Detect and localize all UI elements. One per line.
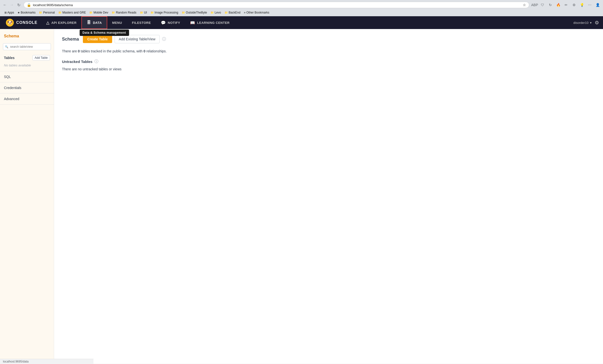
- bookmark-bookmarks[interactable]: ★ Bookmarks: [16, 10, 37, 15]
- sidebar-item-credentials[interactable]: Credentials: [0, 82, 54, 93]
- no-untracked-text: There are no untracked tables or views: [62, 67, 595, 71]
- pen-btn[interactable]: ✏: [563, 1, 570, 8]
- api-explorer-label: API EXPLORER: [51, 21, 77, 25]
- sync-btn[interactable]: ↻: [547, 1, 554, 8]
- devtools-btn[interactable]: ⚙: [571, 1, 577, 8]
- logo-area: 🐶 CONSOLE: [2, 19, 41, 27]
- folder-icon-mobiledev: 📁: [89, 11, 93, 14]
- sidebar-search-wrapper: [3, 43, 51, 50]
- bookmark-more[interactable]: » Other Bookmarks: [242, 10, 271, 15]
- untracked-info-icon[interactable]: ⓘ: [94, 59, 98, 64]
- forward-button[interactable]: →: [9, 2, 15, 8]
- bulb-btn[interactable]: 💡: [578, 1, 585, 8]
- bookmarks-bar: ⊞ Apps ★ Bookmarks 📁 Personal 📁 Masters …: [2, 10, 601, 16]
- more-btn[interactable]: ⋯: [586, 1, 593, 8]
- search-input-wrapper: [3, 43, 51, 50]
- add-table-button[interactable]: Add Table: [32, 55, 50, 61]
- tables-section-title: Tables: [4, 56, 15, 60]
- extensions-btn[interactable]: ABP: [531, 1, 538, 8]
- apps-label: Apps: [7, 11, 14, 14]
- dropdown-chevron-icon: ▾: [590, 21, 592, 25]
- data-icon: 🗄: [87, 20, 91, 25]
- nav-item-learning[interactable]: 📖 LEARNING CENTER: [185, 16, 235, 29]
- outsidebyte-label: OutsideTheByte: [186, 11, 207, 14]
- back-button[interactable]: ←: [2, 2, 8, 8]
- untracked-section-heading: Untracked Tables ⓘ: [62, 59, 595, 64]
- stats-before: There are: [62, 49, 78, 53]
- random-label: Random Reads: [116, 11, 136, 14]
- bookmark-outsidebyte[interactable]: 📁 OutsideTheByte: [180, 10, 209, 15]
- sidebar-item-sql[interactable]: SQL: [0, 71, 54, 82]
- sidebar-header: Schema: [0, 29, 54, 41]
- nav-items: △ API EXPLORER 🗄 DATA Data & Schema mana…: [41, 16, 235, 29]
- folder-icon-masters: 📁: [58, 11, 62, 14]
- star-icon[interactable]: ☆: [523, 3, 526, 7]
- reload-button[interactable]: ↻: [16, 2, 22, 8]
- nav-item-notify[interactable]: 💬 NOTIFY: [156, 16, 185, 29]
- bookmark-masters[interactable]: 📁 Masters and GRE: [57, 10, 87, 15]
- mobiledev-label: Mobile Dev: [93, 11, 108, 14]
- url-text: localhost:9695/data/schema: [33, 3, 521, 7]
- shield-btn[interactable]: 🛡: [539, 1, 546, 8]
- stats-text: There are 0 tables tracked in the public…: [62, 49, 595, 53]
- folder-icon-personal: 📁: [39, 11, 42, 14]
- nav-right: disorder10 ▾ ⚙: [573, 20, 601, 26]
- menu-label: MENU: [112, 21, 122, 25]
- tables-section-header: Tables Add Table: [4, 55, 50, 61]
- nav-item-menu[interactable]: MENU: [107, 16, 127, 29]
- username-text: disorder10: [573, 21, 588, 25]
- folder-icon-ui: 📁: [140, 11, 143, 14]
- more-bookmarks-label: » Other Bookmarks: [244, 11, 269, 14]
- sidebar: Schema Tables Add Table No tables availa…: [0, 29, 54, 364]
- bookmark-levo[interactable]: 📁 Levo: [209, 10, 223, 15]
- lock-icon: 🔒: [27, 3, 31, 7]
- bookmark-personal[interactable]: 📁 Personal: [37, 10, 56, 15]
- folder-icon-imgproc: 📁: [151, 11, 154, 14]
- address-bar[interactable]: 🔒 localhost:9695/data/schema ☆: [24, 2, 529, 8]
- content-area: Schema Create Table Add Existing Table/V…: [54, 29, 603, 364]
- search-input[interactable]: [3, 43, 51, 50]
- logo-text: CONSOLE: [16, 20, 37, 25]
- app-container: 🐶 CONSOLE △ API EXPLORER 🗄 DATA Data & S…: [0, 16, 603, 364]
- add-existing-table-button[interactable]: Add Existing Table/View: [115, 35, 160, 43]
- data-label: DATA: [93, 21, 102, 25]
- bookmark-imgproc[interactable]: 📁 Image Processing: [149, 10, 180, 15]
- fire-btn[interactable]: 🔥: [555, 1, 562, 8]
- bookmarks-label: Bookmarks: [21, 11, 35, 14]
- bookmark-backend[interactable]: 📁 BackEnd: [223, 10, 242, 15]
- sidebar-title: Schema: [4, 34, 19, 38]
- browser-chrome: ← → ↻ 🔒 localhost:9695/data/schema ☆ ABP…: [0, 0, 603, 16]
- bookmark-random[interactable]: 📁 Random Reads: [110, 10, 138, 15]
- notify-label: NOTIFY: [168, 21, 180, 25]
- sidebar-item-advanced[interactable]: Advanced: [0, 93, 54, 105]
- stats-after: relationships.: [145, 49, 166, 53]
- folder-icon-outsidebyte: 📁: [182, 11, 185, 14]
- masters-label: Masters and GRE: [62, 11, 86, 14]
- profile-btn[interactable]: 👤: [594, 1, 601, 8]
- schema-info-icon[interactable]: ⓘ: [162, 37, 166, 42]
- api-explorer-icon: △: [46, 20, 49, 25]
- settings-gear-icon: ⚙: [595, 20, 599, 25]
- settings-button[interactable]: ⚙: [595, 20, 599, 26]
- nav-item-filestore[interactable]: FILESTORE: [127, 16, 156, 29]
- learning-icon: 📖: [190, 20, 195, 25]
- filestore-label: FILESTORE: [132, 21, 151, 25]
- no-tables-text: No tables available: [4, 62, 50, 68]
- ui-label: UI: [144, 11, 147, 14]
- untracked-title: Untracked Tables: [62, 60, 92, 64]
- notify-icon: 💬: [161, 20, 166, 25]
- nav-item-data[interactable]: 🗄 DATA Data & Schema management: [81, 16, 107, 29]
- data-tooltip: Data & Schema management: [80, 30, 129, 36]
- logo-icon: 🐶: [6, 19, 14, 27]
- bookmark-ui[interactable]: 📁 UI: [138, 10, 149, 15]
- user-dropdown[interactable]: disorder10 ▾: [573, 21, 592, 25]
- levo-label: Levo: [215, 11, 221, 14]
- create-table-button[interactable]: Create Table: [83, 35, 112, 43]
- nav-item-api-explorer[interactable]: △ API EXPLORER: [41, 16, 81, 29]
- bookmark-apps[interactable]: ⊞ Apps: [3, 10, 15, 15]
- bookmark-mobiledev[interactable]: 📁 Mobile Dev: [88, 10, 110, 15]
- content-header: Schema Create Table Add Existing Table/V…: [62, 35, 595, 43]
- nav-buttons: ← → ↻: [2, 2, 22, 8]
- status-url: localhost:9695/data: [3, 360, 29, 363]
- folder-icon-random: 📁: [112, 11, 115, 14]
